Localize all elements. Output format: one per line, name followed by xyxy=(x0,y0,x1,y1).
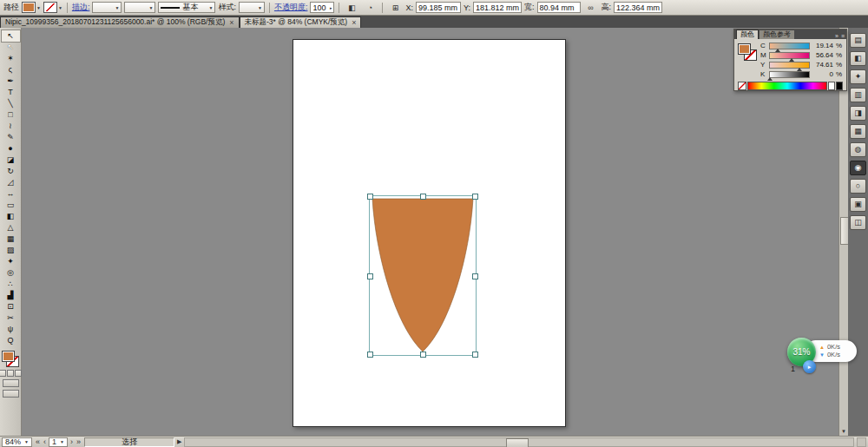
rectangle-tool[interactable]: □ xyxy=(2,109,20,121)
gradient-tool[interactable]: ▨ xyxy=(2,245,20,256)
next-artboard-icon[interactable]: › xyxy=(69,437,74,446)
dock-panel-icon-7[interactable]: ◍ xyxy=(850,142,866,157)
horizontal-scroll-thumb[interactable] xyxy=(506,438,529,447)
cyan-slider[interactable] xyxy=(769,43,810,49)
white-swatch[interactable] xyxy=(828,82,835,90)
hand-tool[interactable]: ψ xyxy=(2,324,20,335)
fill-color-dropdown[interactable]: ▼ xyxy=(22,2,41,13)
width-profile-select[interactable]: 基本 ▼ xyxy=(158,2,215,13)
expand-icon[interactable]: » xyxy=(835,33,838,39)
first-artboard-icon[interactable]: « xyxy=(35,437,41,446)
type-tool[interactable]: T xyxy=(2,87,20,98)
drawing-mode-button[interactable] xyxy=(3,379,19,387)
selection-handle-nw[interactable] xyxy=(367,194,373,200)
black-slider-marker[interactable] xyxy=(767,77,773,81)
dock-panel-icon-10[interactable]: ▣ xyxy=(850,197,866,212)
shape-builder-tool[interactable]: ◧ xyxy=(2,211,20,222)
slice-tool[interactable]: ✂ xyxy=(2,312,20,324)
paintbrush-tool[interactable]: ≀ xyxy=(2,121,20,132)
fill-stroke-proxy[interactable] xyxy=(2,351,19,367)
artboard[interactable] xyxy=(293,39,566,427)
dock-panel-icon-2[interactable]: ◧ xyxy=(850,51,866,66)
cyan-value[interactable]: 19.14 xyxy=(812,42,833,49)
selection-handle-sw[interactable] xyxy=(367,352,373,358)
magenta-slider[interactable] xyxy=(769,52,810,59)
selection-handle-s[interactable] xyxy=(420,352,426,358)
pen-tool[interactable]: ✒ xyxy=(2,76,20,87)
eraser-tool[interactable]: ◪ xyxy=(2,154,20,166)
black-slider[interactable] xyxy=(769,71,810,78)
selection-handle-se[interactable] xyxy=(472,352,478,358)
rotate-tool[interactable]: ↻ xyxy=(2,166,20,177)
document-tab-1[interactable]: Nipic_10999356_20180701231125656000.ai* … xyxy=(0,16,240,28)
perspective-grid-tool[interactable]: △ xyxy=(2,222,20,233)
dock-panel-icon-9[interactable]: ○ xyxy=(850,179,866,194)
opacity-input[interactable]: 100 ▸ xyxy=(310,2,334,13)
graphic-style-select[interactable]: ▼ xyxy=(239,2,265,13)
status-flyout-icon[interactable]: ▶ xyxy=(177,438,181,445)
blob-brush-tool[interactable]: ● xyxy=(2,143,20,154)
dock-panel-icon-1[interactable]: ▤ xyxy=(850,33,866,48)
yellow-slider[interactable] xyxy=(769,62,810,69)
pencil-tool[interactable]: ✎ xyxy=(2,132,20,143)
selection-handle-n[interactable] xyxy=(420,194,426,200)
tab-color[interactable]: 颜色 xyxy=(736,30,759,39)
none-mode-button[interactable] xyxy=(15,370,22,377)
stroke-weight-select[interactable]: ▼ xyxy=(92,2,122,13)
dock-panel-icon-4[interactable]: ▥ xyxy=(850,88,866,102)
magenta-value[interactable]: 56.64 xyxy=(812,51,833,59)
y-input[interactable]: 181.812 mm xyxy=(473,2,522,13)
gradient-mode-button[interactable] xyxy=(7,370,14,377)
launcher-icon[interactable]: ▸ xyxy=(803,360,816,373)
previous-artboard-icon[interactable]: ‹ xyxy=(43,437,47,446)
selection-handle-e[interactable] xyxy=(472,273,478,279)
close-icon[interactable]: × xyxy=(352,18,356,27)
mesh-tool[interactable]: ▦ xyxy=(2,233,20,245)
color-spectrum-ramp[interactable] xyxy=(747,82,827,90)
eyedropper-tool[interactable]: ✦ xyxy=(2,256,20,267)
stroke-panel-link[interactable]: 描边: xyxy=(72,2,90,13)
selection-handle-w[interactable] xyxy=(367,273,373,279)
dock-panel-icon-8[interactable]: ◉ xyxy=(850,161,866,175)
panel-fill-stroke-proxy[interactable] xyxy=(738,43,757,61)
opacity-panel-link[interactable]: 不透明度: xyxy=(274,2,308,13)
width-input[interactable]: 80.94 mm xyxy=(537,2,581,13)
magic-wand-tool[interactable]: ✶ xyxy=(2,53,20,64)
selection-tool[interactable]: ↖ xyxy=(2,30,20,42)
free-transform-tool[interactable]: ▭ xyxy=(2,200,20,211)
scale-tool[interactable]: ◿ xyxy=(2,177,20,188)
black-swatch[interactable] xyxy=(836,82,843,90)
shape-mode-icon[interactable]: ◧ xyxy=(344,1,359,15)
constrain-proportions-icon[interactable]: ∞ xyxy=(583,1,599,15)
artboard-number-select[interactable]: 1 ▼ xyxy=(49,437,68,447)
x-input[interactable]: 99.185 mm xyxy=(416,2,461,13)
blend-tool[interactable]: ◎ xyxy=(2,267,20,279)
align-reference-icon[interactable]: ⊞ xyxy=(387,1,403,15)
document-tab-2[interactable]: 未标题-3* @ 84% (CMYK/预览) × xyxy=(240,16,362,28)
none-color-swatch[interactable] xyxy=(738,82,746,90)
selection-handle-ne[interactable] xyxy=(472,194,478,200)
lasso-tool[interactable]: ς xyxy=(2,64,20,76)
fill-proxy-swatch[interactable] xyxy=(2,351,15,362)
panel-fill-swatch[interactable] xyxy=(738,43,751,55)
height-input[interactable]: 122.364 mm xyxy=(614,2,662,13)
horizontal-scrollbar[interactable] xyxy=(184,437,854,447)
recolor-artwork-icon[interactable]: ◔ xyxy=(362,1,378,15)
panel-menu-icon[interactable]: ≡ xyxy=(841,33,845,39)
artboard-tool[interactable]: ⊡ xyxy=(2,301,20,312)
dock-panel-icon-5[interactable]: ◨ xyxy=(850,106,866,121)
last-artboard-icon[interactable]: » xyxy=(76,437,82,446)
screen-mode-button[interactable] xyxy=(3,390,19,398)
dock-panel-icon-6[interactable]: ▦ xyxy=(850,124,866,139)
scroll-down-icon[interactable]: ▼ xyxy=(839,427,848,436)
symbol-sprayer-tool[interactable]: ∴ xyxy=(2,279,20,290)
zoom-tool[interactable]: Q xyxy=(2,335,20,346)
brush-definition-select[interactable]: ▼ xyxy=(124,2,155,13)
black-value[interactable]: 0 xyxy=(812,70,833,78)
resize-corner[interactable] xyxy=(857,437,866,447)
tab-color-guide[interactable]: 颜色参考 xyxy=(760,30,794,39)
line-segment-tool[interactable]: ╲ xyxy=(2,98,20,109)
stroke-color-dropdown[interactable]: ▼ xyxy=(43,2,62,13)
dock-panel-icon-3[interactable]: ✦ xyxy=(850,69,866,84)
color-mode-button[interactable] xyxy=(0,370,6,377)
